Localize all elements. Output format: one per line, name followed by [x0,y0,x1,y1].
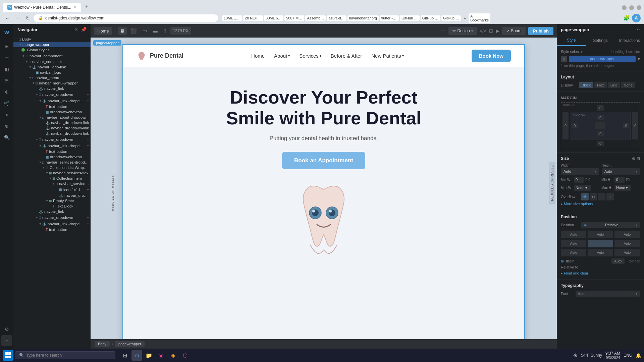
bookmark-item-6[interactable]: bayanebartar.org [347,15,379,21]
hero-cta-button[interactable]: Book an Appointment [282,152,365,169]
display-none-button[interactable]: None [621,82,635,88]
pos-cell-tl[interactable]: Auto [561,231,586,238]
tree-item-navbar_link[interactable]: ⚓navbar_link [13,86,91,91]
padding-top-value[interactable]: 0 [597,115,604,120]
publish-button[interactable]: Publish [528,27,553,35]
bookmark-item-10[interactable]: GitHub - sgs-nlp/pe... [441,15,461,21]
pos-cell-tc[interactable]: Auto [588,231,613,238]
display-flex-button[interactable]: Flex [594,82,607,88]
width-input[interactable]: Auto ▾ [561,168,599,175]
display-block-button[interactable]: Block [579,82,593,88]
selector-badge[interactable]: page-wrapper [569,56,636,62]
toolbar-icon-btn-4[interactable]: ▶ [496,28,499,34]
dental-book-now-button[interactable]: Book Now [472,50,511,62]
rs-more-button[interactable]: ⋯ [635,27,640,32]
tree-item-navbar_component[interactable]: ▼⊞navbar_component+ [13,53,91,59]
min-w-input[interactable] [574,177,584,183]
tree-add-button[interactable]: + [87,98,89,103]
tab-interactions[interactable]: Interactions [615,35,644,46]
sidebar-icon-pages[interactable]: ⊞ [1,41,12,52]
breadcrumb-body[interactable]: Body [95,341,110,347]
overflow-eye-button[interactable]: 👁 [581,193,589,200]
navigator-pin-button[interactable]: 📌 [81,27,87,32]
bookmark-item-9[interactable]: GitHub - heartexlab... [421,15,440,21]
margin-left-value[interactable]: 0 [562,112,569,139]
tree-item-navbar_link2[interactable]: ⚓navbar_link [13,209,91,214]
size-icon-2[interactable]: ⊟ [637,156,640,161]
bookmark-item-0[interactable]: 10ML 15ML 60ML E... [222,15,242,21]
device-tablet-portrait-button[interactable]: ▭ [141,27,149,35]
close-button[interactable] [637,5,641,10]
padding-bottom-value[interactable]: 0 [597,131,604,136]
bookmark-item-3[interactable]: 500+ Mobile app ds... [284,15,304,21]
tree-add-button[interactable]: + [87,215,89,220]
tree-item-navbar_logo-link[interactable]: ▼⚓navbar_logo-link [13,64,91,70]
selector-chevron-button[interactable]: ▾ [638,56,640,62]
size-icon-1[interactable]: ⊕ [632,156,635,161]
tree-item-global-styles[interactable]: Global Styles [13,47,91,53]
tree-item-body[interactable]: □Body [13,37,91,42]
extensions-icon[interactable]: 🧩 [623,15,630,21]
tree-item-navbar_link-dropdown3[interactable]: ▼⚓navbar_link -dropdown+ [13,221,91,227]
sidebar-icon-ecommerce[interactable]: 🛒 [1,98,12,109]
back-button[interactable]: ← [3,14,12,21]
new-tab-button[interactable]: + [82,2,92,11]
tree-item-empty-state[interactable]: ▼⊞Empty State [13,198,91,203]
tree-item-page-wrapper[interactable]: ▼□page-wrapper [13,42,91,47]
taskbar-app-3[interactable]: ◉ [156,350,166,361]
tree-item-navbar_dropdown-link1[interactable]: ⚓navbar_dropdown-link [13,120,91,125]
bookmark-item-4[interactable]: Assembly Line Sche... [305,15,326,21]
tree-item-navbar_dropdown-link4[interactable]: ⚓navbar_dropdown-link [13,193,91,198]
float-clear-button[interactable]: ▸ Float and clear [561,270,588,276]
sidebar-icon-font[interactable]: F [1,335,12,346]
overflow-icon-4[interactable]: ↕ [606,193,614,200]
font-value[interactable]: Inter ▾ [576,291,640,297]
tree-item-navbar_dropdown[interactable]: ▼□navbar_dropdown+ [13,91,91,98]
tree-item-navbar_dropdown3[interactable]: ▼□navbar_dropdown+ [13,214,91,221]
tree-item-collection-item[interactable]: ▼⊞Collection Item [13,176,91,181]
taskbar-app-explorer[interactable]: 📁 [144,350,154,361]
toolbar-icon-btn-1[interactable]: ⋯ [441,28,446,34]
pos-cell-bl[interactable]: Auto [561,249,586,256]
tree-item-text-button2[interactable]: Ttext-button [13,149,91,154]
max-h-input[interactable]: None ▾ [614,185,631,191]
pos-cell-tr[interactable]: Auto [614,231,640,238]
tree-item-collection-list-wrapper[interactable]: ▼⊞Collection List Wrapper [13,165,91,170]
nav-link-about[interactable]: About ▾ [274,53,290,59]
toolbar-icon-btn-2[interactable]: </> [480,28,486,34]
device-mobile-landscape-button[interactable]: ▬ [151,27,160,35]
tree-item-navbar_link-dropdown2[interactable]: ▼⚓navbar_link -dropdown+ [13,142,91,149]
tree-item-navbar_menu[interactable]: ▼□navbar_menu [13,75,91,80]
pos-cell-bc[interactable]: Auto [588,249,613,256]
address-bar[interactable]: 🔒 dentist-gdos.design.webflow.com [34,14,218,22]
position-select[interactable]: ⊕ Relative ▾ [581,222,640,228]
tree-item-dropdown-chevron2[interactable]: ▦dropdown-chevron [13,154,91,160]
tree-item-navbar_logo[interactable]: ▦navbar_logo [13,70,91,75]
tree-item-text-button[interactable]: Ttext-button [13,104,91,109]
forward-button[interactable]: → [14,14,22,21]
bookmark-item-2[interactable]: 30ML 60ML Eliquid... [264,15,283,21]
tree-item-navbar_about-dropdown[interactable]: ▼□navbar_about-dropdown [13,115,91,120]
toolbar-icon-btn-3[interactable]: ⊞ [489,28,493,34]
bookmark-item-1[interactable]: 20 NLP Projects wit... [243,15,263,21]
tree-add-button[interactable]: + [87,53,89,58]
start-button[interactable] [3,350,13,361]
tree-add-button[interactable]: + [87,143,89,148]
taskbar-app-5[interactable]: ⬡ [180,350,191,361]
height-input[interactable]: Auto ▾ [602,168,640,175]
sidebar-icon-seo[interactable]: ⊕ [1,121,12,131]
tree-add-button[interactable]: + [87,187,89,192]
device-mobile-portrait-button[interactable]: ▯ [162,27,168,35]
reload-button[interactable]: ↻ [24,15,32,21]
tab-style[interactable]: Style [557,35,586,46]
sidebar-icon-logic[interactable]: ⟡ [1,109,12,120]
taskbar-task-view[interactable]: ⊞ [119,350,130,361]
browser-tab-active[interactable]: W Webflow - Pure Dental: Dentis... ✕ [3,3,81,12]
max-w-input[interactable]: None ▾ [574,185,591,191]
margin-right-value[interactable]: 0 [632,112,638,139]
toolbar-home-label[interactable]: Home [94,27,112,35]
webflow-logo-icon[interactable]: W [1,27,12,38]
more-size-options-button[interactable]: ▸ More size options [561,200,593,207]
sidebar-icon-components[interactable]: ◧ [1,64,12,74]
margin-top-value[interactable]: 0 [597,105,604,111]
